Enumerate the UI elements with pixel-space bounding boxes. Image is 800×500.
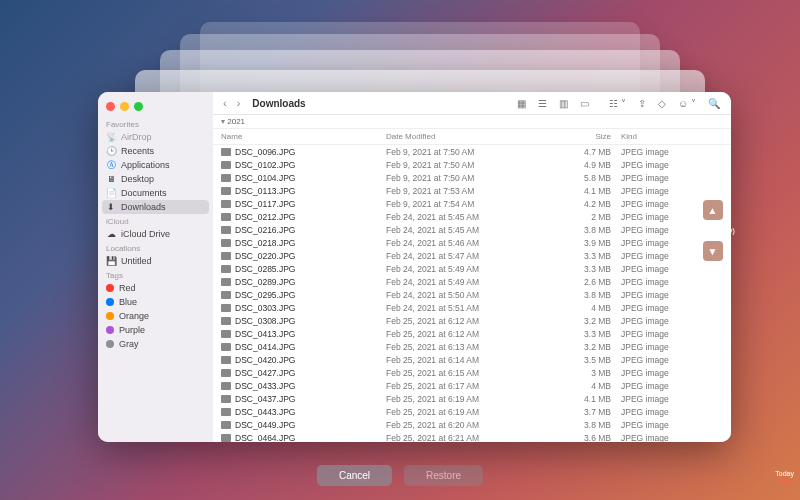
file-row[interactable]: DSC_0220.JPGFeb 24, 2021 at 5:47 AM3.3 M… <box>213 249 731 262</box>
file-row[interactable]: DSC_0104.JPGFeb 9, 2021 at 7:50 AM5.8 MB… <box>213 171 731 184</box>
file-row[interactable]: DSC_0285.JPGFeb 24, 2021 at 5:49 AM3.3 M… <box>213 262 731 275</box>
timeline-up-icon[interactable]: ▲ <box>703 200 723 220</box>
file-row[interactable]: DSC_0464.JPGFeb 25, 2021 at 6:21 AM3.6 M… <box>213 431 731 442</box>
zoom-button[interactable] <box>134 102 143 111</box>
tag-dot-purple <box>106 326 114 334</box>
col-size[interactable]: Size <box>561 132 611 141</box>
sidebar-item-applications[interactable]: ⒶApplications <box>98 158 213 172</box>
file-row[interactable]: DSC_0212.JPGFeb 24, 2021 at 5:45 AM2 MBJ… <box>213 210 731 223</box>
file-kind: JPEG image <box>611 290 723 300</box>
close-button[interactable] <box>106 102 115 111</box>
file-date: Feb 24, 2021 at 5:51 AM <box>386 303 561 313</box>
restore-button[interactable]: Restore <box>404 465 483 486</box>
file-date: Feb 25, 2021 at 6:15 AM <box>386 368 561 378</box>
sidebar-item-label: Purple <box>119 325 145 335</box>
share-icon[interactable]: ⇪ <box>635 98 649 109</box>
file-name: DSC_0308.JPG <box>235 316 295 326</box>
sidebar-item-airdrop[interactable]: 📡AirDrop <box>98 130 213 144</box>
timeline-down-icon[interactable]: ▼ <box>703 241 723 261</box>
sidebar-icon-icloud drive: ☁ <box>106 229 116 239</box>
sidebar-icon-downloads: ⬇ <box>106 202 116 212</box>
file-row[interactable]: DSC_0113.JPGFeb 9, 2021 at 7:53 AM4.1 MB… <box>213 184 731 197</box>
col-kind[interactable]: Kind <box>611 132 723 141</box>
cancel-button[interactable]: Cancel <box>317 465 392 486</box>
sidebar-item-purple[interactable]: Purple <box>98 323 213 337</box>
back-button[interactable]: ‹ <box>221 97 229 109</box>
file-name: DSC_0433.JPG <box>235 381 295 391</box>
file-list[interactable]: DSC_0096.JPGFeb 9, 2021 at 7:50 AM4.7 MB… <box>213 145 731 442</box>
col-name[interactable]: Name <box>221 132 386 141</box>
window-title: Downloads <box>252 98 305 109</box>
file-size: 4 MB <box>561 303 611 313</box>
sidebar-item-gray[interactable]: Gray <box>98 337 213 351</box>
file-name: DSC_0414.JPG <box>235 342 295 352</box>
file-name: DSC_0113.JPG <box>235 186 295 196</box>
file-row[interactable]: DSC_0295.JPGFeb 24, 2021 at 5:50 AM3.8 M… <box>213 288 731 301</box>
column-headers[interactable]: Name Date Modified Size Kind <box>213 129 731 145</box>
file-row[interactable]: DSC_0427.JPGFeb 25, 2021 at 6:15 AM3 MBJ… <box>213 366 731 379</box>
file-size: 4.1 MB <box>561 186 611 196</box>
file-row[interactable]: DSC_0414.JPGFeb 25, 2021 at 6:13 AM3.2 M… <box>213 340 731 353</box>
file-row[interactable]: DSC_0117.JPGFeb 9, 2021 at 7:54 AM4.2 MB… <box>213 197 731 210</box>
file-size: 3.2 MB <box>561 342 611 352</box>
file-size: 4.1 MB <box>561 394 611 404</box>
group-icon[interactable]: ☷ ˅ <box>606 98 629 109</box>
file-row[interactable]: DSC_0303.JPGFeb 24, 2021 at 5:51 AM4 MBJ… <box>213 301 731 314</box>
file-row[interactable]: DSC_0096.JPGFeb 9, 2021 at 7:50 AM4.7 MB… <box>213 145 731 158</box>
view-columns-icon[interactable]: ▥ <box>556 98 571 109</box>
tag-dot-blue <box>106 298 114 306</box>
file-name: DSC_0437.JPG <box>235 394 295 404</box>
sidebar-item-downloads[interactable]: ⬇Downloads <box>102 200 209 214</box>
file-row[interactable]: DSC_0420.JPGFeb 25, 2021 at 6:14 AM3.5 M… <box>213 353 731 366</box>
file-date: Feb 24, 2021 at 5:49 AM <box>386 277 561 287</box>
sidebar-icon-recents: 🕒 <box>106 146 116 156</box>
sidebar-item-documents[interactable]: 📄Documents <box>98 186 213 200</box>
file-row[interactable]: DSC_0437.JPGFeb 25, 2021 at 6:19 AM4.1 M… <box>213 392 731 405</box>
forward-button[interactable]: › <box>235 97 243 109</box>
sidebar-item-red[interactable]: Red <box>98 281 213 295</box>
sidebar-item-label: Recents <box>121 146 154 156</box>
sidebar-item-recents[interactable]: 🕒Recents <box>98 144 213 158</box>
file-size: 3.3 MB <box>561 329 611 339</box>
timeline-ruler[interactable]: Today Now ━━ <box>775 470 794 492</box>
file-row[interactable]: DSC_0289.JPGFeb 24, 2021 at 5:49 AM2.6 M… <box>213 275 731 288</box>
file-thumb-icon <box>221 421 231 429</box>
search-icon[interactable]: 🔍 <box>705 98 723 109</box>
sidebar-item-icloud-drive[interactable]: ☁iCloud Drive <box>98 227 213 241</box>
file-size: 4.2 MB <box>561 199 611 209</box>
file-date: Feb 24, 2021 at 5:45 AM <box>386 212 561 222</box>
file-row[interactable]: DSC_0449.JPGFeb 25, 2021 at 6:20 AM3.8 M… <box>213 418 731 431</box>
sidebar-item-label: Untitled <box>121 256 152 266</box>
file-row[interactable]: DSC_0102.JPGFeb 9, 2021 at 7:50 AM4.9 MB… <box>213 158 731 171</box>
file-row[interactable]: DSC_0218.JPGFeb 24, 2021 at 5:46 AM3.9 M… <box>213 236 731 249</box>
file-row[interactable]: DSC_0443.JPGFeb 25, 2021 at 6:19 AM3.7 M… <box>213 405 731 418</box>
file-row[interactable]: DSC_0433.JPGFeb 25, 2021 at 6:17 AM4 MBJ… <box>213 379 731 392</box>
sidebar-item-blue[interactable]: Blue <box>98 295 213 309</box>
file-name: DSC_0096.JPG <box>235 147 295 157</box>
file-kind: JPEG image <box>611 342 723 352</box>
file-kind: JPEG image <box>611 277 723 287</box>
sidebar-item-desktop[interactable]: 🖥Desktop <box>98 172 213 186</box>
file-date: Feb 9, 2021 at 7:54 AM <box>386 199 561 209</box>
view-list-icon[interactable]: ☰ <box>535 98 550 109</box>
file-date: Feb 24, 2021 at 5:46 AM <box>386 238 561 248</box>
minimize-button[interactable] <box>120 102 129 111</box>
sidebar-item-orange[interactable]: Orange <box>98 309 213 323</box>
file-row[interactable]: DSC_0308.JPGFeb 25, 2021 at 6:12 AM3.2 M… <box>213 314 731 327</box>
col-date[interactable]: Date Modified <box>386 132 561 141</box>
file-thumb-icon <box>221 395 231 403</box>
action-icon[interactable]: ☺ ˅ <box>675 98 699 109</box>
path-bar[interactable]: ▾ 2021 <box>213 115 731 129</box>
section-tags: Tags <box>98 268 213 281</box>
file-thumb-icon <box>221 408 231 416</box>
file-size: 3 MB <box>561 368 611 378</box>
file-thumb-icon <box>221 265 231 273</box>
sidebar-item-untitled[interactable]: 💾Untitled <box>98 254 213 268</box>
file-row[interactable]: DSC_0216.JPGFeb 24, 2021 at 5:45 AM3.8 M… <box>213 223 731 236</box>
view-icon-grid-icon[interactable]: ▦ <box>514 98 529 109</box>
file-row[interactable]: DSC_0413.JPGFeb 25, 2021 at 6:12 AM3.3 M… <box>213 327 731 340</box>
file-thumb-icon <box>221 382 231 390</box>
view-gallery-icon[interactable]: ▭ <box>577 98 592 109</box>
tag-icon[interactable]: ◇ <box>655 98 669 109</box>
file-date: Feb 25, 2021 at 6:17 AM <box>386 381 561 391</box>
